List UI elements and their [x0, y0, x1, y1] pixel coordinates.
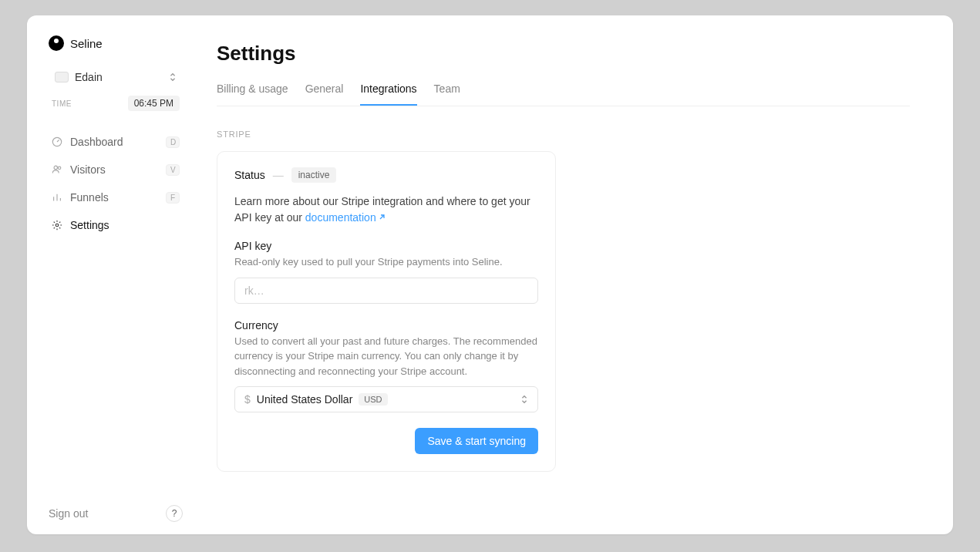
- sidebar-item-funnels[interactable]: Funnels F: [49, 185, 183, 210]
- brand: Seline: [49, 35, 183, 51]
- tab-team[interactable]: Team: [434, 82, 460, 106]
- workspace-name: Edain: [75, 71, 163, 83]
- time-label: TIME: [52, 99, 72, 108]
- api-key-desc: Read-only key used to pull your Stripe p…: [234, 254, 538, 270]
- currency-label: Currency: [234, 319, 538, 332]
- status-label: Status: [234, 169, 265, 181]
- currency-name: United States Dollar: [257, 393, 353, 406]
- status-separator: —: [273, 169, 284, 181]
- users-icon: [52, 164, 62, 175]
- nav-label: Visitors: [70, 163, 158, 176]
- learn-more-text: Learn more about our Stripe integration …: [234, 194, 538, 226]
- nav-label: Funnels: [70, 191, 158, 204]
- bars-icon: [52, 192, 62, 203]
- chevron-updown-icon: [520, 395, 528, 404]
- status-row: Status — inactive: [234, 167, 538, 183]
- svg-point-3: [56, 224, 59, 227]
- workspace-avatar-icon: [55, 72, 69, 82]
- card-actions: Save & start syncing: [234, 428, 538, 454]
- docs-label: documentation: [305, 211, 376, 224]
- save-button[interactable]: Save & start syncing: [415, 428, 538, 454]
- external-link-icon: [378, 214, 386, 221]
- time-value: 06:45 PM: [128, 96, 180, 111]
- currency-select[interactable]: $ United States Dollar USD: [234, 386, 538, 412]
- nav-kbd: F: [166, 192, 180, 204]
- svg-point-2: [58, 167, 61, 170]
- gear-icon: [52, 220, 62, 231]
- sidebar-footer: Sign out ?: [49, 505, 183, 522]
- tab-billing[interactable]: Billing & usage: [217, 82, 288, 106]
- currency-desc: Used to convert all your past and future…: [234, 334, 538, 379]
- brand-name: Seline: [70, 37, 103, 50]
- nav-kbd: D: [166, 136, 180, 148]
- tabs: Billing & usage General Integrations Tea…: [217, 82, 910, 106]
- api-key-label: API key: [234, 240, 538, 252]
- app-shell: Seline Edain TIME 06:45 PM Dashboard D V…: [27, 15, 953, 534]
- tab-general[interactable]: General: [305, 82, 344, 106]
- svg-point-1: [54, 166, 57, 169]
- main: Settings Billing & usage General Integra…: [195, 15, 953, 534]
- help-button[interactable]: ?: [166, 505, 183, 522]
- status-badge: inactive: [291, 167, 337, 183]
- tab-integrations[interactable]: Integrations: [360, 82, 416, 106]
- api-key-input[interactable]: [234, 278, 538, 304]
- page-title: Settings: [217, 42, 910, 66]
- sidebar-item-dashboard[interactable]: Dashboard D: [49, 130, 183, 154]
- sign-out-link[interactable]: Sign out: [49, 507, 88, 520]
- time-row: TIME 06:45 PM: [49, 96, 183, 111]
- dollar-icon: $: [244, 393, 251, 406]
- chevron-updown-icon: [169, 72, 177, 82]
- nav-kbd: V: [166, 164, 180, 176]
- gauge-icon: [52, 136, 62, 147]
- documentation-link[interactable]: documentation: [305, 211, 386, 224]
- nav-label: Settings: [70, 219, 180, 231]
- currency-code-badge: USD: [359, 393, 387, 406]
- sidebar: Seline Edain TIME 06:45 PM Dashboard D V…: [27, 15, 195, 534]
- sidebar-item-visitors[interactable]: Visitors V: [49, 157, 183, 182]
- nav-label: Dashboard: [70, 136, 158, 148]
- workspace-selector[interactable]: Edain: [49, 66, 183, 88]
- sidebar-item-settings[interactable]: Settings: [49, 213, 183, 237]
- stripe-card: Status — inactive Learn more about our S…: [217, 151, 556, 472]
- brand-logo-icon: [49, 35, 64, 51]
- section-label-stripe: STRIPE: [217, 130, 910, 139]
